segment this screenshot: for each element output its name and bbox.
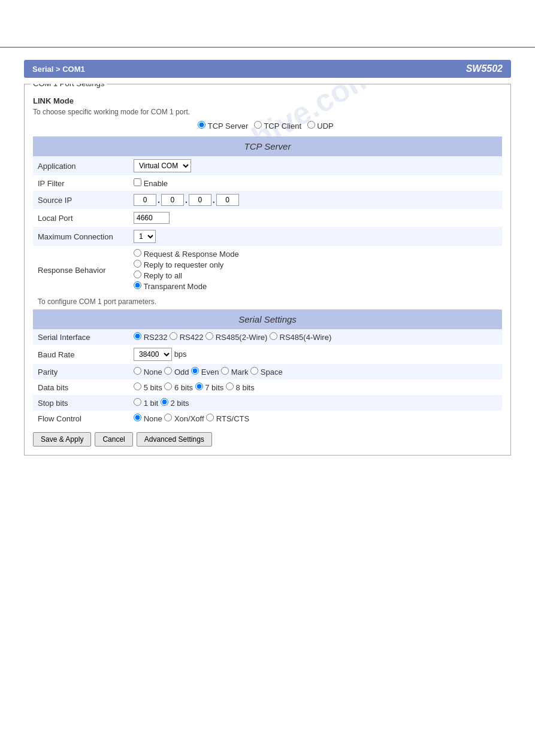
bps-label: bps [174, 350, 187, 359]
ip-dot-3: . [213, 195, 215, 205]
rb-reply-all-input[interactable] [134, 271, 141, 278]
si-rs485-4wire[interactable]: RS485(4-Wire) [270, 333, 331, 342]
tcp-server-section-header: TCP Server [33, 136, 502, 156]
parity-none[interactable]: None [134, 368, 162, 377]
tcp-client-label: TCP Client [264, 122, 301, 130]
fc-xon-xoff[interactable]: Xon/Xoff [164, 414, 204, 423]
stop-bits-value: 1 bit 2 bits [129, 395, 502, 411]
rb-reply-all[interactable]: Reply to all [134, 271, 497, 280]
parity-none-input[interactable] [134, 367, 141, 375]
radio-tcp-client-input[interactable] [254, 121, 262, 129]
si-rs422-input[interactable] [170, 332, 177, 340]
baud-rate-value[interactable]: 38400 bps [129, 345, 502, 364]
radio-udp-input[interactable] [307, 121, 315, 129]
db-7-input[interactable] [195, 382, 203, 390]
parity-space-input[interactable] [250, 367, 258, 375]
application-value[interactable]: Virtual COM [129, 156, 502, 175]
rb-request-response-input[interactable] [134, 249, 141, 257]
response-behavior-label: Response Behavior [33, 246, 129, 294]
sb-1[interactable]: 1 bit [134, 399, 158, 408]
sb-2-input[interactable] [161, 398, 168, 406]
radio-tcp-server-input[interactable] [198, 121, 205, 129]
stop-bits-row: Stop bits 1 bit 2 bits [33, 395, 502, 411]
si-rs485-2wire[interactable]: RS485(2-Wire) [205, 333, 267, 342]
db-5-input[interactable] [134, 382, 141, 390]
si-rs232-input[interactable] [134, 332, 141, 340]
baud-rate-row: Baud Rate 38400 bps [33, 345, 502, 364]
db-8-input[interactable] [226, 382, 234, 390]
ip-filter-enable-label[interactable]: Enable [144, 179, 168, 188]
data-bits-value: 5 bits 6 bits 7 bits 8 bits [129, 379, 502, 395]
si-rs422[interactable]: RS422 [170, 333, 203, 342]
si-rs232[interactable]: RS232 [134, 333, 167, 342]
parity-even-input[interactable] [191, 367, 199, 375]
ip-filter-value[interactable]: Enable [129, 175, 502, 191]
db-6-input[interactable] [164, 382, 172, 390]
source-ip-1[interactable] [134, 194, 156, 206]
source-ip-4[interactable] [216, 194, 239, 206]
flow-control-label: Flow Control [33, 411, 129, 426]
si-rs485-2wire-input[interactable] [205, 332, 213, 340]
source-ip-3[interactable] [189, 194, 211, 206]
ip-filter-checkbox[interactable] [134, 178, 141, 186]
link-mode-title: LINK Mode [33, 96, 502, 105]
radio-udp[interactable]: UDP [307, 122, 334, 130]
data-bits-row: Data bits 5 bits 6 bits 7 bits 8 bits [33, 379, 502, 395]
rb-transparent-input[interactable] [134, 281, 141, 289]
db-7[interactable]: 7 bits [195, 383, 224, 392]
flow-control-row: Flow Control None Xon/Xoff RTS/CTS [33, 411, 502, 426]
serial-interface-value: RS232 RS422 RS485(2-Wire) RS485(4-Wire) [129, 329, 502, 345]
rb-reply-requester[interactable]: Reply to requester only [134, 260, 497, 269]
header-bar: Serial > COM1 SW5502 [24, 60, 511, 78]
rb-request-response[interactable]: Request & Response Mode [134, 249, 497, 259]
max-connection-select[interactable]: 1 [134, 230, 156, 243]
local-port-input[interactable] [134, 212, 170, 224]
fc-none[interactable]: None [134, 414, 162, 423]
rb-reply-requester-input[interactable] [134, 260, 141, 268]
radio-tcp-server[interactable]: TCP Server [198, 122, 250, 130]
application-select[interactable]: Virtual COM [134, 159, 191, 172]
com-port-settings-box: COM 1 Port Settings LINK Mode To choose … [24, 84, 511, 456]
db-5[interactable]: 5 bits [134, 383, 162, 392]
fc-none-input[interactable] [134, 414, 141, 421]
max-connection-value[interactable]: 1 [129, 227, 502, 246]
local-port-value[interactable] [129, 209, 502, 227]
local-port-row: Local Port [33, 209, 502, 227]
serial-settings-table: Serial Interface RS232 RS422 RS485(2-Wir… [33, 329, 502, 426]
cancel-button[interactable]: Cancel [95, 432, 132, 447]
parity-mark-input[interactable] [221, 367, 229, 375]
source-ip-row: Source IP . . . [33, 191, 502, 209]
fc-rts-cts-input[interactable] [206, 414, 214, 421]
fc-xon-xoff-input[interactable] [164, 414, 172, 421]
application-label: Application [33, 156, 129, 175]
fieldset-legend: COM 1 Port Settings [31, 84, 107, 88]
sb-1-input[interactable] [134, 398, 141, 406]
parity-even[interactable]: Even [191, 368, 219, 377]
radio-tcp-client[interactable]: TCP Client [254, 122, 304, 130]
parity-odd[interactable]: Odd [164, 368, 189, 377]
source-ip-2[interactable] [161, 194, 184, 206]
sb-2[interactable]: 2 bits [161, 399, 189, 408]
rb-transparent[interactable]: Transparent Mode [134, 281, 497, 291]
serial-interface-label: Serial Interface [33, 329, 129, 345]
advanced-settings-button[interactable]: Advanced Settings [137, 432, 212, 447]
source-ip-label: Source IP [33, 191, 129, 209]
application-row: Application Virtual COM [33, 156, 502, 175]
parity-odd-input[interactable] [164, 367, 172, 375]
fc-rts-cts[interactable]: RTS/CTS [206, 414, 249, 423]
db-6[interactable]: 6 bits [164, 383, 193, 392]
parity-mark[interactable]: Mark [221, 368, 249, 377]
db-8[interactable]: 8 bits [226, 383, 255, 392]
flow-control-value: None Xon/Xoff RTS/CTS [129, 411, 502, 426]
link-mode-description: To choose specific working mode for COM … [33, 108, 502, 116]
si-rs485-4wire-input[interactable] [270, 332, 277, 340]
save-apply-button[interactable]: Save & Apply [33, 432, 91, 447]
serial-interface-row: Serial Interface RS232 RS422 RS485(2-Wir… [33, 329, 502, 345]
baud-rate-select[interactable]: 38400 [134, 348, 172, 361]
data-bits-label: Data bits [33, 379, 129, 395]
parity-space[interactable]: Space [250, 368, 283, 377]
source-ip-value[interactable]: . . . [129, 191, 502, 209]
tcp-server-label: TCP Server [208, 122, 249, 130]
tcp-server-table: Application Virtual COM IP Filter Enable [33, 156, 502, 294]
stop-bits-label: Stop bits [33, 395, 129, 411]
